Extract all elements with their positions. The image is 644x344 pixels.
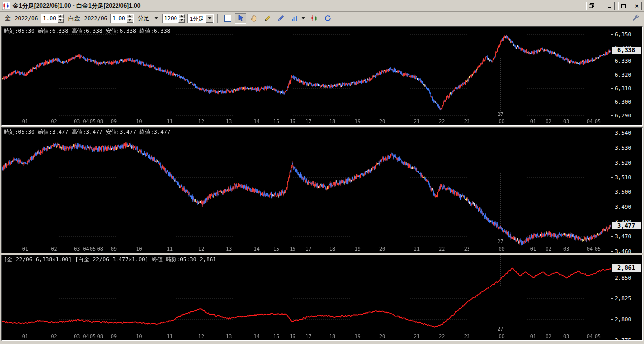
y-axis-label: 2,800	[615, 316, 631, 323]
chart-type-dropdown-icon[interactable]	[300, 14, 306, 23]
y-axis-tick	[611, 319, 613, 320]
y-axis-label: 6,330	[615, 58, 631, 64]
y-axis-tick	[611, 192, 613, 192]
pen-tool-button[interactable]	[275, 13, 287, 24]
y-axis-label: 3,500	[615, 189, 631, 195]
bar-count-field[interactable]: 1200	[162, 14, 186, 23]
spread-line-canvas[interactable]	[2, 255, 611, 340]
chevron-down-icon[interactable]	[206, 14, 213, 23]
platinum-candles-canvas[interactable]	[2, 128, 611, 253]
pen-tool-icon	[277, 14, 285, 22]
y-axis-label: 6,310	[615, 85, 631, 92]
bar-count-spinner[interactable]	[178, 14, 185, 23]
maximize-icon	[621, 4, 626, 8]
platinum-contract-value[interactable]: 2022/06	[84, 15, 107, 22]
gold-price-axis: 6,338 6,3506,3406,3306,3206,3106,3006,29…	[611, 27, 642, 125]
platinum-price-axis: 3,477 3,5403,5303,5203,5103,5003,4903,48…	[611, 128, 642, 253]
y-axis-tick	[611, 251, 613, 252]
y-axis-label: 6,300	[615, 99, 631, 105]
candle-indicator-icon	[310, 14, 318, 22]
y-axis-tick	[611, 298, 613, 299]
period-dropdown-icon[interactable]	[153, 14, 160, 23]
spin-up-icon[interactable]	[178, 14, 185, 19]
y-axis-tick	[611, 61, 613, 61]
float-window-button[interactable]	[586, 2, 596, 10]
y-axis-label: 3,530	[615, 145, 631, 151]
bar-count-value[interactable]: 1200	[163, 14, 179, 23]
chart-grid-button[interactable]	[222, 13, 233, 24]
y-axis-tick	[611, 34, 613, 35]
spread-plot[interactable]: [金 22/06 6,338×1.00]-[白金 22/06 3,477×1.0…	[2, 255, 611, 340]
gold-candles-canvas[interactable]	[2, 27, 611, 125]
refresh-button[interactable]	[322, 13, 333, 24]
gold-plot[interactable]: 時刻:05:30 始値:6,338 高値:6,338 安値:6,338 終値:6…	[2, 27, 611, 125]
maximize-button[interactable]	[618, 2, 628, 10]
spin-down-icon[interactable]	[127, 18, 133, 23]
bottom-strip	[1, 341, 643, 343]
y-axis-tick	[611, 163, 613, 163]
window-title: 金1分足[2022/06]1.00 - 白金1分足[2022/06]1.00	[13, 2, 583, 10]
y-axis-label: 3,470	[615, 233, 631, 240]
timeframe-select[interactable]: 1分足	[187, 14, 214, 23]
chart-type-icon	[291, 14, 298, 22]
gold-multiplier-field[interactable]: 1.00	[41, 14, 64, 23]
platinum-multiplier-value[interactable]: 1.00	[111, 14, 127, 23]
y-axis-tick	[611, 88, 613, 89]
title-bar[interactable]: 金1分足[2022/06]1.00 - 白金1分足[2022/06]1.00 ×	[0, 0, 644, 12]
y-axis-label: 3,490	[615, 204, 631, 210]
y-axis-tick	[611, 133, 613, 133]
y-axis-label: 3,540	[615, 130, 631, 136]
y-axis-tick	[611, 236, 613, 237]
platinum-label: 白金	[68, 14, 80, 23]
close-button[interactable]: ×	[632, 2, 642, 10]
spread-chart-panel: [金 22/06 6,338×1.00]-[白金 22/06 3,477×1.0…	[1, 255, 643, 341]
minimize-button[interactable]	[605, 2, 615, 10]
pencil-draw-button[interactable]	[262, 13, 273, 24]
toolbar: 金 2022/06 1.00 白金 2022/06 1.00 分足 1200 1…	[0, 12, 644, 25]
toolbar-separator	[217, 14, 218, 23]
float-icon	[589, 3, 594, 8]
y-axis-label: 2,775	[615, 337, 631, 340]
y-axis-tick	[611, 102, 613, 102]
y-axis-label: 3,520	[615, 160, 631, 166]
candle-indicator-button[interactable]	[308, 13, 320, 24]
platinum-plot[interactable]: 時刻:05:30 始値:3,477 高値:3,477 安値:3,477 終値:3…	[2, 128, 611, 253]
chart-area: 時刻:05:30 始値:6,338 高値:6,338 安値:6,338 終値:6…	[0, 25, 644, 344]
app-candlestick-icon	[2, 2, 10, 10]
platinum-multiplier-spinner[interactable]	[127, 14, 133, 23]
pan-hand-button[interactable]	[248, 13, 260, 24]
y-axis-label: 3,510	[615, 174, 631, 181]
refresh-icon	[324, 14, 332, 22]
spread-price-axis: 2,861 2,8502,8252,8002,775	[611, 255, 642, 340]
y-axis-label: 6,350	[615, 31, 631, 38]
gold-info-text: 時刻:05:30 始値:6,338 高値:6,338 安値:6,338 終値:6…	[4, 27, 170, 35]
gold-contract-value[interactable]: 2022/06	[15, 15, 38, 22]
y-axis-tick	[611, 75, 613, 75]
y-axis-tick	[611, 278, 613, 278]
platinum-chart-panel: 時刻:05:30 始値:3,477 高値:3,477 安値:3,477 終値:3…	[1, 127, 643, 253]
gold-multiplier-value[interactable]: 1.00	[41, 14, 58, 23]
wrench-settings-button[interactable]	[630, 13, 641, 24]
y-axis-tick	[611, 177, 613, 178]
wrench-icon	[632, 14, 640, 22]
y-axis-tick	[611, 207, 613, 207]
spread-info-text: [金 22/06 6,338×1.00]-[白金 22/06 3,477×1.0…	[4, 256, 216, 263]
gold-label: 金	[5, 14, 11, 23]
select-cursor-button[interactable]	[235, 13, 246, 24]
spin-up-icon[interactable]	[127, 14, 133, 19]
platinum-multiplier-field[interactable]: 1.00	[110, 14, 134, 23]
y-axis-label: 6,320	[615, 72, 631, 78]
pencil-draw-icon	[264, 14, 272, 22]
chart-grid-icon	[224, 14, 232, 22]
chart-type-button[interactable]	[289, 13, 300, 24]
platinum-last-price-badge: 3,477	[612, 222, 641, 229]
period-label: 分足	[138, 14, 150, 23]
spin-down-icon[interactable]	[178, 18, 185, 23]
spin-up-icon[interactable]	[58, 14, 64, 19]
spin-down-icon[interactable]	[58, 18, 64, 23]
minimize-icon	[608, 4, 612, 8]
gold-multiplier-spinner[interactable]	[58, 14, 64, 23]
y-axis-label: 2,825	[615, 295, 631, 302]
gold-chart-panel: 時刻:05:30 始値:6,338 高値:6,338 安値:6,338 終値:6…	[1, 26, 643, 126]
spread-last-price-badge: 2,861	[612, 264, 641, 272]
